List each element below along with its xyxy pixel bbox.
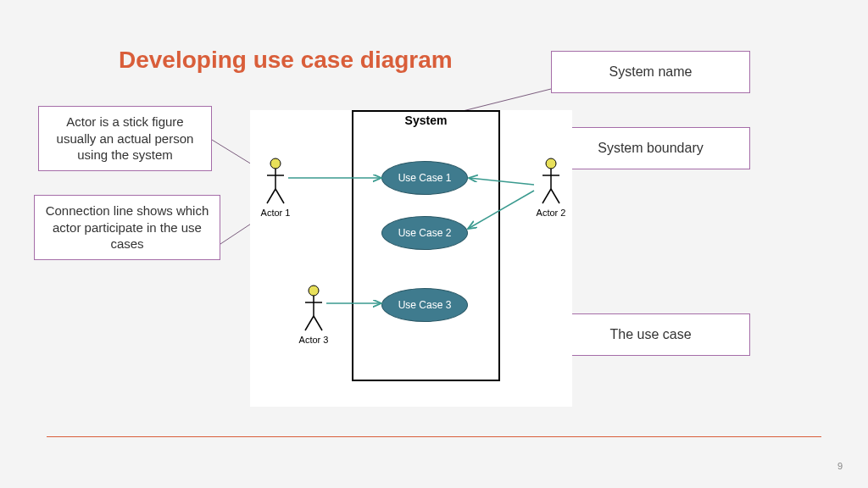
use-case-3: Use Case 3 — [381, 288, 468, 322]
svg-point-0 — [270, 158, 281, 169]
slide-title: Developing use case diagram — [119, 47, 453, 74]
actor-1: Actor 1 — [254, 157, 297, 218]
svg-line-8 — [542, 189, 551, 203]
footer-divider — [47, 436, 821, 437]
svg-line-9 — [551, 189, 559, 203]
actor-3-label: Actor 3 — [292, 335, 335, 345]
actor-2-label: Actor 2 — [530, 208, 572, 218]
actor-2: Actor 2 — [530, 157, 572, 218]
actor-1-label: Actor 1 — [254, 208, 297, 218]
svg-line-13 — [305, 316, 314, 330]
label-connection-description: Connection line shows which actor partic… — [34, 195, 220, 260]
actor-3: Actor 3 — [292, 284, 335, 345]
svg-line-3 — [267, 189, 275, 203]
system-label: System — [356, 114, 496, 127]
label-use-case: The use case — [551, 313, 750, 356]
label-system-boundary: System boundary — [551, 127, 750, 169]
use-case-1: Use Case 1 — [381, 161, 468, 195]
label-system-name: System name — [551, 51, 750, 93]
svg-point-5 — [546, 158, 556, 169]
use-case-diagram: System Use Case 1 Use Case 2 Use Case 3 … — [250, 110, 572, 407]
label-actor-description: Actor is a stick figure usually an actua… — [38, 106, 212, 171]
use-case-2: Use Case 2 — [381, 216, 468, 250]
page-number: 9 — [837, 461, 843, 471]
svg-line-4 — [275, 189, 284, 203]
svg-line-14 — [314, 316, 322, 330]
svg-point-10 — [309, 286, 319, 296]
